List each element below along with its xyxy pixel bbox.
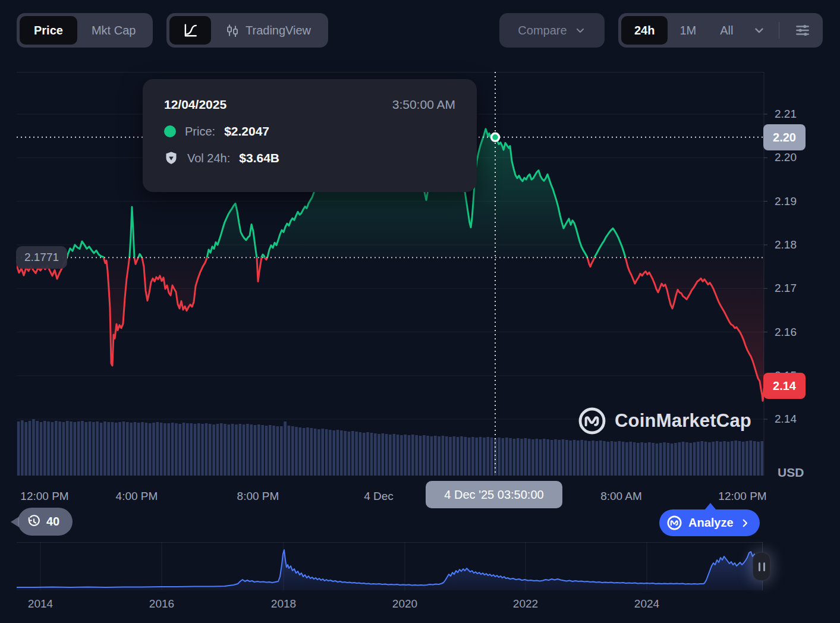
volume-bar (397, 435, 399, 476)
volume-bar (29, 421, 32, 476)
tooltip-price-label: Price: (185, 125, 215, 139)
volume-bar (348, 432, 351, 476)
volume-bar (201, 424, 204, 476)
volume-bar (486, 437, 489, 476)
volume-bar (220, 423, 223, 476)
volume-bar (137, 423, 140, 476)
volume-bar (524, 438, 527, 476)
range-1m[interactable]: 1M (668, 16, 708, 45)
nav-year-label: 2014 (5, 596, 76, 612)
compare-button[interactable]: Compare (499, 13, 605, 48)
volume-bar (543, 439, 546, 476)
volume-bar (317, 429, 320, 476)
volume-bar (652, 443, 655, 476)
volume-bar (637, 443, 640, 476)
navigator-drag-handle[interactable] (753, 552, 770, 581)
volume-bar (569, 440, 572, 476)
volume-bar (562, 439, 565, 476)
volume-bar (377, 434, 380, 476)
volume-bar (438, 436, 441, 476)
y-axis-label: 2.14 (775, 412, 816, 426)
volume-bar (32, 419, 35, 476)
volume-bar (194, 424, 197, 476)
volume-bar (355, 432, 358, 476)
volume-bar (596, 441, 599, 476)
volume-bar (449, 437, 452, 476)
volume-bar (404, 435, 407, 476)
volume-bar (363, 433, 366, 476)
volume-bar (224, 424, 226, 476)
volume-bar (284, 421, 287, 476)
volume-bar (426, 436, 429, 476)
volume-bar (265, 426, 268, 476)
volume-bar (622, 442, 625, 476)
range-more-dropdown[interactable] (745, 16, 773, 45)
volume-bar (100, 423, 103, 476)
volume-bar (389, 435, 392, 476)
volume-bar (163, 423, 166, 476)
volume-bar (599, 440, 602, 476)
volume-bar (178, 424, 181, 476)
currency-label: USD (778, 465, 804, 480)
volume-bar (77, 421, 80, 476)
volume-bar (156, 422, 159, 476)
volume-bar (107, 422, 110, 476)
baseline-price-badge: 2.1771 (16, 246, 67, 269)
volume-bar (614, 442, 617, 476)
volume-bar (697, 442, 700, 476)
volume-bar (24, 422, 27, 476)
tooltip-date: 12/04/2025 (164, 97, 226, 112)
volume-bar (243, 424, 246, 476)
history-count: 40 (46, 515, 59, 528)
volume-bar (761, 441, 764, 476)
analyze-button[interactable]: Analyze (659, 509, 760, 536)
volume-bar (479, 437, 482, 476)
time-range-toggle: 24h 1M All (618, 13, 823, 48)
volume-bar (257, 424, 260, 476)
chart-settings-button[interactable] (785, 16, 820, 45)
volume-bar (336, 430, 339, 476)
volume-bar (757, 442, 760, 476)
volume-bar (475, 438, 478, 476)
tab-mktcap[interactable]: Mkt Cap (77, 16, 150, 45)
y-axis-label: 2.16 (775, 325, 816, 339)
volume-bar (261, 425, 264, 476)
crosshair-time-badge: 4 Dec '25 03:50:00 (426, 481, 562, 508)
volume-bar (565, 440, 568, 476)
volume-bar (186, 423, 189, 476)
volume-bar (573, 440, 576, 476)
y-axis-label: 2.21 (775, 107, 816, 121)
volume-bar (235, 424, 238, 476)
volume-bar (464, 437, 467, 476)
range-all[interactable]: All (708, 16, 745, 45)
volume-bar (374, 433, 377, 476)
cmc-logo-icon (666, 515, 682, 531)
range-24h[interactable]: 24h (621, 16, 668, 45)
history-count-button[interactable]: 40 (18, 508, 73, 536)
volume-bar (85, 422, 88, 476)
volume-bar (723, 441, 726, 476)
volume-bar (682, 442, 685, 476)
history-icon (26, 514, 41, 529)
chart-tooltip: 12/04/2025 3:50:00 AM Price: $2.2047 Vol… (143, 79, 477, 192)
volume-bar (494, 438, 497, 476)
volume-bar (325, 429, 328, 476)
volume-bar (89, 421, 92, 476)
volume-bar (276, 426, 279, 476)
tab-price[interactable]: Price (20, 16, 77, 45)
volume-bar (329, 430, 332, 476)
volume-bar (588, 441, 591, 476)
volume-bar (382, 433, 385, 476)
volume-bar (667, 443, 670, 476)
volume-bar (231, 424, 234, 476)
volume-bar (415, 435, 418, 476)
navigator-chart[interactable] (17, 542, 763, 590)
volume-bar (731, 441, 734, 476)
tradingview-button[interactable]: TradingView (211, 16, 325, 45)
volume-bar (400, 435, 403, 476)
y-axis-label: 2.19 (775, 194, 816, 209)
line-chart-type-button[interactable] (169, 16, 211, 45)
y-axis-label: 2.17 (775, 281, 816, 295)
volume-bar (648, 442, 651, 476)
volume-bar (644, 443, 647, 476)
